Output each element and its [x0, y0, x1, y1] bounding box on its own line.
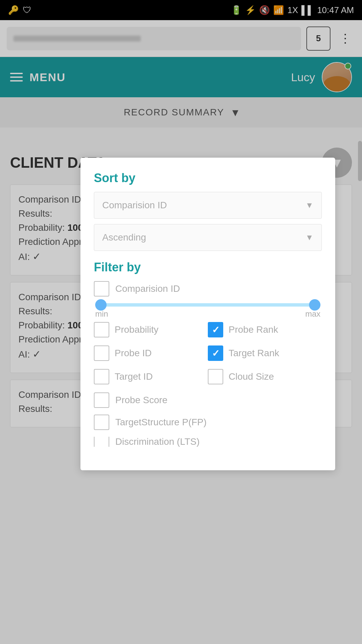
filter-probe-rank-item: ✓ Probe Rank: [208, 322, 322, 337]
filter-target-structure-checkbox[interactable]: [94, 415, 109, 430]
filter-probe-score-checkbox[interactable]: [94, 392, 109, 408]
filter-target-rank-item: ✓ Target Rank: [208, 345, 322, 361]
filter-discrimination-item: Discrimination (LTS): [94, 437, 322, 447]
filter-cloud-size-label: Cloud Size: [229, 371, 274, 382]
sort-by-order-value: Ascending: [102, 232, 146, 243]
filter-target-id-label: Target ID: [115, 371, 153, 382]
filter-discrimination-label: Discrimination (LTS): [115, 437, 200, 447]
range-thumb-right[interactable]: [309, 299, 320, 311]
filter-comparison-id-checkbox[interactable]: [94, 281, 109, 297]
sort-filter-panel: Sort by Comparision ID ▼ Ascending ▼ Fil…: [80, 158, 335, 470]
filter-probe-score-label: Probe Score: [115, 395, 168, 406]
sort-by-field-arrow: ▼: [305, 201, 313, 210]
sort-by-field-value: Comparision ID: [102, 200, 167, 211]
filter-probe-score-item: Probe Score: [94, 392, 322, 408]
filter-by-title: Filter by: [94, 260, 322, 274]
filter-probability-label: Probability: [115, 324, 159, 335]
probe-rank-checkmark: ✓: [212, 324, 220, 335]
filter-probe-rank-checkbox[interactable]: ✓: [208, 322, 223, 337]
filter-items-grid: Probability ✓ Probe Rank Probe ID ✓ Targ…: [94, 322, 322, 392]
range-max-label: max: [305, 309, 320, 319]
filter-discrimination-checkbox[interactable]: [94, 437, 109, 447]
sort-by-title: Sort by: [94, 171, 322, 185]
filter-probability-checkbox[interactable]: [94, 322, 109, 337]
filter-probe-rank-label: Probe Rank: [229, 324, 278, 335]
filter-target-rank-label: Target Rank: [229, 348, 279, 359]
filter-target-structure-label: TargetStructure P(FP): [115, 417, 206, 428]
filter-cloud-size-item: Cloud Size: [208, 369, 322, 384]
range-slider-container: min max: [94, 303, 322, 319]
filter-section: Filter by Comparision ID min max Probabi…: [94, 260, 322, 447]
filter-target-rank-checkbox[interactable]: ✓: [208, 345, 223, 361]
filter-target-id-checkbox[interactable]: [94, 369, 109, 384]
filter-comparison-id-label: Comparision ID: [115, 283, 180, 294]
range-track[interactable]: [95, 303, 320, 307]
filter-cloud-size-checkbox[interactable]: [208, 369, 223, 384]
target-rank-checkmark: ✓: [212, 348, 220, 359]
range-labels: min max: [95, 309, 320, 319]
filter-probe-id-checkbox[interactable]: [94, 345, 109, 361]
sort-by-field-dropdown[interactable]: Comparision ID ▼: [94, 192, 322, 219]
filter-target-id-item: Target ID: [94, 369, 208, 384]
filter-probe-id-item: Probe ID: [94, 345, 208, 361]
filter-comparison-id-item: Comparision ID: [94, 281, 322, 297]
range-thumb-left[interactable]: [95, 299, 107, 311]
filter-target-structure-item: TargetStructure P(FP): [94, 415, 322, 430]
range-min-label: min: [95, 309, 108, 319]
filter-probability-item: Probability: [94, 322, 208, 337]
sort-by-order-arrow: ▼: [305, 233, 313, 242]
sort-by-order-dropdown[interactable]: Ascending ▼: [94, 224, 322, 251]
filter-probe-id-label: Probe ID: [115, 348, 152, 359]
